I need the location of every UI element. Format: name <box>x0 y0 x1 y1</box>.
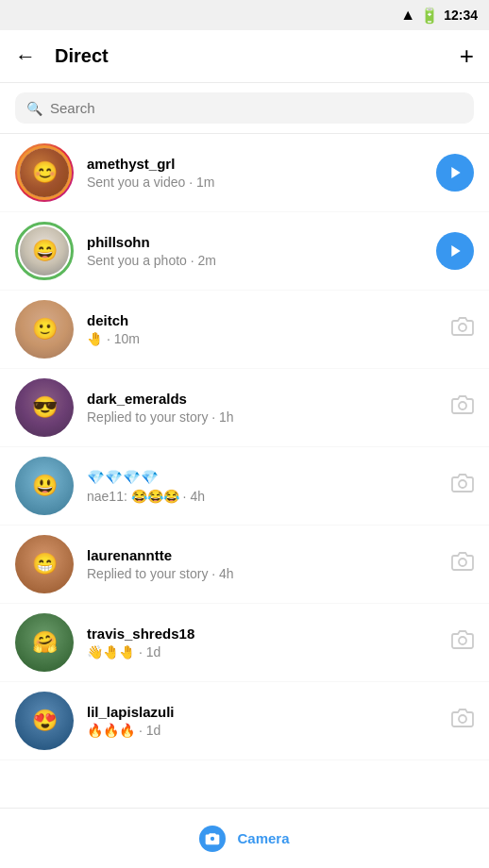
list-item[interactable]: 😍lil_lapislazuli🔥🔥🔥 · 1d <box>0 682 489 760</box>
search-container: 🔍 <box>0 83 489 134</box>
svg-point-7 <box>459 715 466 723</box>
signal-icon: ▲ <box>400 7 415 24</box>
message-action[interactable] <box>436 154 474 192</box>
avatar: 😎 <box>15 378 74 437</box>
message-preview: Replied to your story · 4h <box>87 566 438 581</box>
avatar-image: 😎 <box>15 378 74 437</box>
message-action[interactable] <box>451 315 474 343</box>
message-username: lil_lapislazuli <box>87 704 438 720</box>
message-content: amethyst_grlSent you a video · 1m <box>87 156 423 190</box>
message-preview: Sent you a video · 1m <box>87 175 423 190</box>
avatar: 😄 <box>15 222 74 280</box>
message-action[interactable] <box>451 472 474 500</box>
list-item[interactable]: 😄phillsohnSent you a photo · 2m <box>0 212 489 291</box>
list-item[interactable]: 🙂deitch🤚 · 10m <box>0 291 489 369</box>
svg-marker-1 <box>451 245 460 257</box>
avatar: 😊 <box>15 143 74 202</box>
svg-point-6 <box>459 637 466 644</box>
svg-point-3 <box>459 402 466 409</box>
search-input[interactable] <box>50 100 463 116</box>
message-username: laurenanntte <box>87 547 438 563</box>
list-item[interactable]: 😎dark_emeraldsReplied to your story · 1h <box>0 369 489 447</box>
message-action[interactable] <box>451 393 474 422</box>
camera-action-icon[interactable] <box>451 315 474 343</box>
avatar-image: 😍 <box>15 692 74 750</box>
battery-icon: 🔋 <box>420 7 439 25</box>
message-action[interactable] <box>451 707 474 735</box>
svg-point-2 <box>459 324 466 331</box>
search-bar[interactable]: 🔍 <box>15 92 474 124</box>
status-time: 12:34 <box>444 8 478 23</box>
message-content: laurenanntteReplied to your story · 4h <box>87 547 438 581</box>
message-content: phillsohnSent you a photo · 2m <box>87 234 423 268</box>
message-content: 💎💎💎💎nae11: 😂😂😂 · 4h <box>87 469 438 504</box>
camera-action-icon[interactable] <box>451 393 474 422</box>
message-preview: Sent you a photo · 2m <box>87 253 423 268</box>
svg-point-5 <box>459 559 466 566</box>
avatar-image: 😃 <box>15 457 74 515</box>
list-item[interactable]: 🤗travis_shreds18👋🤚🤚 · 1d <box>0 604 489 682</box>
search-icon: 🔍 <box>26 101 42 116</box>
svg-marker-0 <box>451 167 460 178</box>
avatar: 😍 <box>15 692 74 750</box>
camera-action-icon[interactable] <box>451 707 474 735</box>
message-username: deitch <box>87 312 438 328</box>
message-action[interactable] <box>451 628 474 657</box>
message-username: 💎💎💎💎 <box>87 469 438 486</box>
status-icons: ▲ 🔋 12:34 <box>400 7 478 25</box>
page-title: Direct <box>45 45 460 67</box>
camera-action-icon[interactable] <box>451 550 474 578</box>
message-content: travis_shreds18👋🤚🤚 · 1d <box>87 626 438 659</box>
camera-icon-svg <box>205 831 220 846</box>
avatar: 🤗 <box>15 613 74 672</box>
avatar-image: 😄 <box>20 226 69 275</box>
add-button[interactable]: + <box>460 42 474 71</box>
camera-action-icon[interactable] <box>451 472 474 500</box>
bottom-bar[interactable]: Camera <box>0 808 489 868</box>
message-preview: nae11: 😂😂😂 · 4h <box>87 489 438 504</box>
avatar-image: 😊 <box>20 148 69 197</box>
message-preview: 👋🤚🤚 · 1d <box>87 644 438 659</box>
message-content: deitch🤚 · 10m <box>87 312 438 346</box>
avatar: 😁 <box>15 535 74 593</box>
message-action[interactable] <box>451 550 474 578</box>
avatar-image: 🤗 <box>15 613 74 672</box>
back-button[interactable]: ← <box>15 44 45 69</box>
avatar-image: 😁 <box>15 535 74 593</box>
message-content: dark_emeraldsReplied to your story · 1h <box>87 391 438 425</box>
svg-point-4 <box>459 480 466 488</box>
avatar: 😃 <box>15 457 74 515</box>
camera-action-icon[interactable] <box>451 628 474 657</box>
header: ← Direct + <box>0 30 489 83</box>
message-preview: 🔥🔥🔥 · 1d <box>87 723 438 738</box>
message-preview: Replied to your story · 1h <box>87 409 438 425</box>
message-username: amethyst_grl <box>87 156 423 172</box>
avatar-image: 🙂 <box>15 300 74 359</box>
message-action[interactable] <box>436 232 474 270</box>
list-item[interactable]: 😃💎💎💎💎nae11: 😂😂😂 · 4h <box>0 447 489 526</box>
message-preview: 🤚 · 10m <box>87 331 438 346</box>
avatar: 🙂 <box>15 300 74 359</box>
play-button[interactable] <box>436 154 474 192</box>
list-item[interactable]: 😁laurenanntteReplied to your story · 4h <box>0 526 489 604</box>
message-username: travis_shreds18 <box>87 626 438 642</box>
camera-label: Camera <box>237 830 289 846</box>
message-list: 😊amethyst_grlSent you a video · 1m😄phill… <box>0 134 489 760</box>
message-content: lil_lapislazuli🔥🔥🔥 · 1d <box>87 704 438 738</box>
camera-bottom-icon <box>199 826 226 852</box>
status-bar: ▲ 🔋 12:34 <box>0 0 489 30</box>
message-username: phillsohn <box>87 234 423 250</box>
list-item[interactable]: 😊amethyst_grlSent you a video · 1m <box>0 134 489 212</box>
play-button[interactable] <box>436 232 474 270</box>
message-username: dark_emeralds <box>87 391 438 407</box>
